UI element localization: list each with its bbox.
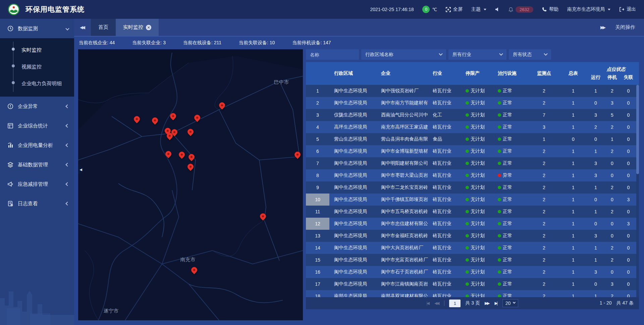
- page-size-select[interactable]: 20: [502, 299, 519, 307]
- cell-meter: 1: [559, 254, 588, 266]
- close-operations-button[interactable]: 关闭操作: [615, 24, 635, 31]
- logout-button[interactable]: 退出: [619, 6, 636, 12]
- cell-run: 2: [588, 121, 604, 133]
- sidebar-item-数据监测[interactable]: 数据监测: [0, 19, 74, 38]
- table-row[interactable]: 16阆中生态环境局阆中市石子页岩机砖厂砖瓦行业无计划正常21300: [306, 266, 636, 278]
- cell-facility: 正常: [496, 145, 529, 157]
- region-filter-select[interactable]: 行政区域名称: [361, 49, 446, 60]
- sidebar-item-label: 企业异常: [18, 103, 38, 110]
- sidebar-nav: 数据监测实时监控视频监控企业电力负荷明细企业异常企业综合统计企业用电量分析基础数…: [0, 19, 74, 325]
- tabs-scroll-left-button[interactable]: ◀◀: [74, 19, 91, 36]
- tabs-scroll-right-button[interactable]: ▶▶: [600, 25, 606, 30]
- cell-industry: 食品: [433, 133, 462, 145]
- row-index: 10: [306, 194, 329, 206]
- cell-stopped: 3: [604, 97, 621, 109]
- sidebar-subitem-实时监控[interactable]: 实时监控: [0, 42, 74, 58]
- total-pages-label: 共 3 页: [465, 300, 480, 306]
- tab-实时监控[interactable]: 实时监控✕: [116, 19, 159, 36]
- table-row[interactable]: 4高坪生态环境局南充市高坪区王家店建砖瓦行业无计划正常31220: [306, 121, 636, 133]
- cell-facility: 正常: [496, 121, 529, 133]
- first-page-button[interactable]: |◀: [427, 301, 430, 306]
- sidebar-subitem-视频监控[interactable]: 视频监控: [0, 58, 74, 75]
- sidebar-item-日志查看[interactable]: 日志查看: [0, 194, 74, 213]
- tab-首页[interactable]: 首页: [91, 19, 116, 36]
- sidebar-item-应急减排管理[interactable]: 应急减排管理: [0, 174, 74, 194]
- cell-offline: 0: [621, 254, 636, 266]
- status-dot-green: [466, 294, 469, 297]
- cell-region: 阆中生态环境局: [329, 181, 380, 194]
- fullscreen-button[interactable]: 全屏: [446, 6, 463, 12]
- table-row[interactable]: 10阆中生态环境局阆中千佛镇五郎垭页岩砖瓦行业无计划正常21003: [306, 194, 636, 206]
- table-body: 1阆中生态环境局阆中强锐页岩砖厂砖瓦行业无计划正常211202阆中生态环境局阆中…: [306, 85, 636, 297]
- table-row[interactable]: 15阆中生态环境局阆中市光富页岩机砖厂砖瓦行业无计划正常21120: [306, 254, 636, 266]
- col-stopped: 停机: [604, 74, 621, 80]
- table-row[interactable]: 7阆中生态环境局阆中明阳建材有限公司砖瓦行业无计划正常21300: [306, 157, 636, 169]
- table-row[interactable]: 1阆中生态环境局阆中强锐页岩砖厂砖瓦行业无计划正常21120: [306, 85, 636, 97]
- cell-stopped: 2: [604, 85, 621, 97]
- cell-company: 南部县双河建材有限公: [380, 290, 433, 297]
- name-filter-field[interactable]: [306, 49, 359, 60]
- cell-meter: 1: [559, 97, 588, 109]
- cell-run: 1: [588, 254, 604, 266]
- tab-bar: ◀◀ 首页实时监控✕ ▶▶ 关闭操作: [74, 19, 644, 36]
- cell-industry: 砖瓦行业: [433, 85, 462, 97]
- cell-meter: 1: [559, 290, 588, 297]
- sidebar-item-企业异常[interactable]: 企业异常: [0, 97, 74, 116]
- row-index: 9: [306, 181, 329, 194]
- status-dot-green: [466, 138, 469, 141]
- sound-toggle-button[interactable]: [495, 7, 500, 12]
- help-button[interactable]: 帮助: [542, 6, 558, 12]
- next-page-button[interactable]: ▶▶: [485, 301, 490, 306]
- table-scrollbar[interactable]: [636, 85, 639, 297]
- sidebar-item-企业用电量分析[interactable]: 企业用电量分析: [0, 136, 74, 155]
- status-dot-green: [466, 282, 469, 286]
- stats-bar: 当前在线企业: 44当前失联企业: 3当前在线设备: 211当前失联设备: 10…: [74, 36, 644, 49]
- cell-run: 1: [588, 181, 604, 194]
- sidebar-item-企业综合统计[interactable]: 企业综合统计: [0, 116, 74, 136]
- name-filter-input[interactable]: [310, 52, 355, 57]
- table-row[interactable]: 3仪陇生态环境局西南油气田分公司川中化工无计划正常71350: [306, 109, 636, 121]
- chevron-down-icon: [608, 9, 610, 10]
- cell-facility: 正常: [496, 266, 529, 278]
- industry-filter-select[interactable]: 所有行业: [448, 49, 506, 60]
- row-index: 14: [306, 242, 329, 254]
- table-row[interactable]: 13阆中生态环境局阆中市金福旺页岩机砖砖瓦行业无计划正常21300: [306, 230, 636, 242]
- companies-table: 行政区域 企业 行业 停限产 治污设施 监测点 总表 点位状态 运行 停机 失联: [306, 62, 639, 297]
- sidebar-item-基础数据管理[interactable]: 基础数据管理: [0, 155, 74, 174]
- table-row[interactable]: 8阆中生态环境局阆中市枣碧大梁山页岩砖瓦行业无计划异常21300: [306, 169, 636, 181]
- sidebar-subitem-企业电力负荷明细[interactable]: 企业电力负荷明细: [0, 75, 74, 92]
- map-panel[interactable]: 巴中市南充市遂宁市: [78, 49, 303, 320]
- status-dot-green: [466, 270, 469, 274]
- cell-region: 阆中生态环境局: [329, 242, 380, 254]
- table-row[interactable]: 12阆中生态环境局阆中市忠信建材有限公砖瓦行业无计划正常21003: [306, 218, 636, 230]
- prev-page-button[interactable]: ◀◀: [434, 301, 439, 306]
- cell-offline: 0: [621, 157, 636, 169]
- cell-monitor: 2: [529, 181, 559, 194]
- last-page-button[interactable]: ▶|: [494, 301, 497, 306]
- cell-meter: 1: [559, 218, 588, 230]
- user-menu-button[interactable]: 南充市生态环境局: [567, 6, 610, 12]
- cell-stopped: 0: [604, 194, 621, 206]
- scrollbar-thumb[interactable]: [636, 85, 639, 174]
- status-filter-select[interactable]: 所有状态: [509, 49, 551, 60]
- cell-run: 3: [588, 169, 604, 181]
- main-content: 当前在线企业: 44当前失联企业: 3当前在线设备: 211当前失联设备: 10…: [74, 36, 644, 325]
- tab-close-icon[interactable]: ✕: [146, 25, 151, 30]
- status-dot-green: [466, 113, 469, 117]
- notifications-button[interactable]: 2632: [508, 6, 533, 13]
- cell-facility: 正常: [496, 254, 529, 266]
- table-row[interactable]: 18南部生态环境局南部县双河建材有限公砖瓦行业无计划正常21120: [306, 290, 636, 297]
- table-row[interactable]: 11阆中生态环境局阆中市五马桥页岩机砖砖瓦行业无计划正常21120: [306, 206, 636, 218]
- table-row[interactable]: 9阆中生态环境局阆中市二龙长宝页岩砖砖瓦行业无计划正常21120: [306, 181, 636, 194]
- row-index: 4: [306, 121, 329, 133]
- page-number-input[interactable]: 1: [449, 300, 461, 307]
- table-row[interactable]: 6阆中生态环境局阆中市金博瑞新型墙材砖瓦行业无计划正常21120: [306, 145, 636, 157]
- cell-offline: 0: [621, 278, 636, 290]
- table-row[interactable]: 17阆中生态环境局阆中市江南镇阆南页岩砖瓦行业无计划正常21030: [306, 278, 636, 290]
- table-row[interactable]: 5营山生态环境局营山县润丰肉食品有限食品无计划正常10010: [306, 133, 636, 145]
- theme-menu-button[interactable]: 主题: [471, 6, 486, 12]
- table-row[interactable]: 2阆中生态环境局阆中市南方节能建材有砖瓦行业无计划正常21030: [306, 97, 636, 109]
- table-row[interactable]: 14阆中生态环境局阆中大兴页岩机砖厂砖瓦行业无计划正常21120: [306, 242, 636, 254]
- cell-stop: 无计划: [462, 85, 496, 97]
- cell-offline: 3: [621, 194, 636, 206]
